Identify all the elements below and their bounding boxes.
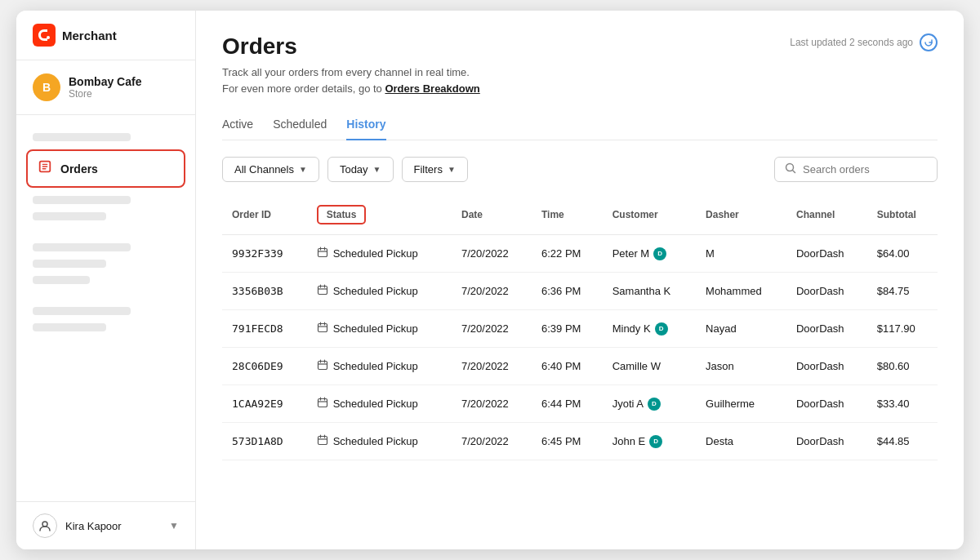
filter-today-label: Today — [340, 163, 368, 176]
filter-channels-label: All Channels — [234, 163, 294, 176]
cell-date: 7/20/2022 — [452, 423, 532, 460]
nav-placeholder-6 — [33, 276, 90, 284]
cell-subtotal: $44.85 — [867, 423, 938, 460]
cell-order-id: 573D1A8D — [222, 423, 307, 460]
sidebar-nav: Orders — [16, 115, 195, 501]
doordash-logo: Merchant — [33, 24, 117, 47]
table-header: Order ID Status Date Time Customer Dashe… — [222, 198, 938, 235]
cell-subtotal: $80.60 — [867, 348, 938, 385]
customer-dd-badge: D — [653, 247, 666, 260]
cell-dasher: Desta — [696, 423, 786, 460]
page-description: Track all your orders from every channel… — [222, 64, 480, 96]
cell-date: 7/20/2022 — [452, 348, 532, 385]
cell-channel: DoorDash — [786, 273, 867, 310]
page-header-left: Orders Track all your orders from every … — [222, 33, 480, 96]
search-icon — [785, 162, 796, 176]
cell-dasher: Jason — [696, 348, 786, 385]
cell-date: 7/20/2022 — [452, 273, 532, 310]
col-order-id: Order ID — [222, 198, 307, 235]
cell-status: Scheduled Pickup — [307, 385, 452, 423]
tab-scheduled[interactable]: Scheduled — [273, 109, 327, 140]
chevron-channels-icon: ▼ — [299, 165, 307, 174]
cell-dasher: M — [696, 235, 786, 273]
table-row[interactable]: 28C06DE9 Scheduled Pickup 7/20/2022 6:40… — [222, 348, 938, 385]
cell-status: Scheduled Pickup — [307, 310, 452, 348]
sidebar-header: Merchant — [16, 11, 195, 60]
page-header: Orders Track all your orders from every … — [222, 33, 938, 96]
svg-rect-5 — [318, 249, 327, 257]
status-label: Scheduled Pickup — [333, 360, 418, 372]
orders-table: Order ID Status Date Time Customer Dashe… — [222, 198, 938, 460]
app-container: Merchant B Bombay Cafe Store Orders — [16, 11, 964, 549]
customer-name: Mindy K — [612, 322, 651, 335]
store-type: Store — [69, 88, 141, 100]
desc-line2: For even more order details, go to — [222, 82, 382, 95]
cell-date: 7/20/2022 — [452, 385, 532, 423]
sidebar-footer[interactable]: Kira Kapoor ▼ — [16, 501, 195, 549]
tabs-container: Active Scheduled History — [222, 109, 938, 140]
calendar-icon — [317, 434, 328, 448]
cell-customer: Mindy K D — [603, 310, 696, 348]
table-row[interactable]: 3356B03B Scheduled Pickup 7/20/2022 6:36… — [222, 273, 938, 310]
orders-label: Orders — [60, 162, 98, 176]
col-dasher: Dasher — [696, 198, 786, 235]
cell-subtotal: $84.75 — [867, 273, 938, 310]
table-row[interactable]: 9932F339 Scheduled Pickup 7/20/2022 6:22… — [222, 235, 938, 273]
cell-customer: Samantha K — [603, 273, 696, 310]
cell-customer: Camille W — [603, 348, 696, 385]
nav-placeholder-3 — [33, 212, 106, 220]
sidebar-item-orders[interactable]: Orders — [26, 149, 185, 188]
status-label: Scheduled Pickup — [333, 247, 418, 260]
table-row[interactable]: 573D1A8D Scheduled Pickup 7/20/2022 6:45… — [222, 423, 938, 460]
nav-placeholder-7 — [33, 307, 131, 315]
customer-dd-badge: D — [649, 435, 662, 448]
filter-channels-button[interactable]: All Channels ▼ — [222, 157, 319, 182]
orders-icon — [38, 159, 52, 178]
cell-date: 7/20/2022 — [452, 310, 532, 348]
cell-subtotal: $33.40 — [867, 385, 938, 423]
status-label: Scheduled Pickup — [333, 435, 418, 447]
cell-status: Scheduled Pickup — [307, 423, 452, 460]
chevron-today-icon: ▼ — [373, 165, 381, 174]
cell-order-id: 9932F339 — [222, 235, 307, 273]
cell-channel: DoorDash — [786, 385, 867, 423]
cell-status: Scheduled Pickup — [307, 348, 452, 385]
filter-today-button[interactable]: Today ▼ — [327, 157, 394, 182]
cell-customer: Peter M D — [603, 235, 696, 273]
table-row[interactable]: 1CAA92E9 Scheduled Pickup 7/20/2022 6:44… — [222, 385, 938, 423]
merchant-label: Merchant — [62, 29, 117, 42]
cell-status: Scheduled Pickup — [307, 235, 452, 273]
table-row[interactable]: 791FECD8 Scheduled Pickup 7/20/2022 6:39… — [222, 310, 938, 348]
svg-rect-8 — [318, 362, 327, 370]
cell-subtotal: $64.00 — [867, 235, 938, 273]
col-channel: Channel — [786, 198, 867, 235]
cell-time: 6:36 PM — [532, 273, 603, 310]
sidebar: Merchant B Bombay Cafe Store Orders — [16, 11, 196, 549]
chevron-down-icon: ▼ — [169, 520, 179, 531]
customer-name: Samantha K — [612, 285, 671, 297]
col-time: Time — [532, 198, 603, 235]
cell-channel: DoorDash — [786, 423, 867, 460]
search-input[interactable] — [803, 163, 927, 176]
svg-rect-10 — [318, 437, 327, 445]
user-avatar — [33, 513, 57, 538]
cell-channel: DoorDash — [786, 348, 867, 385]
refresh-icon[interactable] — [920, 33, 938, 51]
col-subtotal: Subtotal — [867, 198, 938, 235]
cell-time: 6:39 PM — [532, 310, 603, 348]
filter-filters-button[interactable]: Filters ▼ — [402, 157, 468, 182]
cell-time: 6:40 PM — [532, 348, 603, 385]
svg-rect-6 — [318, 287, 327, 295]
status-label: Scheduled Pickup — [333, 398, 418, 410]
tab-history[interactable]: History — [346, 109, 385, 140]
main-content: Orders Track all your orders from every … — [196, 11, 964, 549]
nav-placeholder-1 — [33, 133, 131, 141]
orders-breakdown-link[interactable]: Orders Breakdown — [385, 82, 479, 95]
cell-time: 6:45 PM — [532, 423, 603, 460]
col-status: Status — [307, 198, 452, 235]
tab-active[interactable]: Active — [222, 109, 253, 140]
cell-time: 6:44 PM — [532, 385, 603, 423]
store-section: B Bombay Cafe Store — [16, 60, 195, 115]
cell-channel: DoorDash — [786, 235, 867, 273]
store-name: Bombay Cafe — [69, 75, 141, 88]
